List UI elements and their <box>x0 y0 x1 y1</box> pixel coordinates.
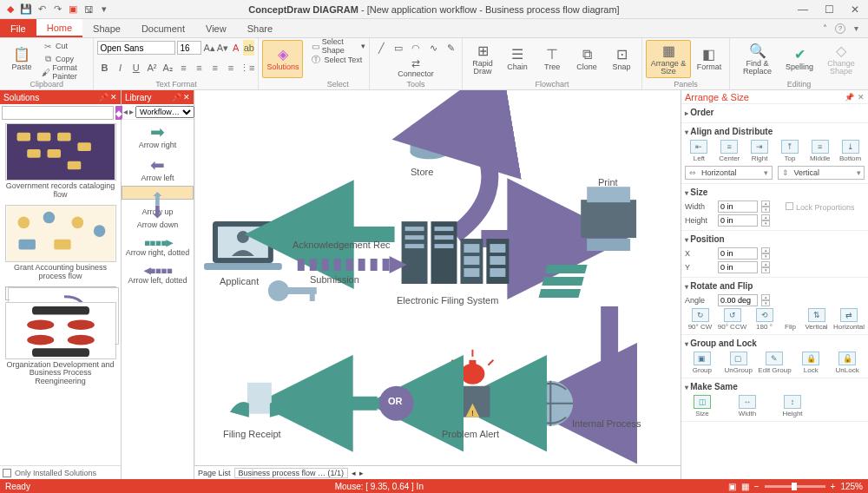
page-tab[interactable]: Business process flow … (1/1) <box>234 468 349 478</box>
distrib-vert-combo[interactable]: ⇕Vertical▾ <box>778 166 865 180</box>
arrange-size-button[interactable]: ▦Arrange & Size <box>646 40 691 78</box>
rapiddraw-button[interactable]: ⊞Rapid Draw <box>466 40 499 78</box>
qat-more-icon[interactable]: ▾ <box>97 3 111 16</box>
zoom-slider[interactable] <box>765 485 825 488</box>
drawing-area[interactable]: ! Store Print Applicant Acknowledgement … <box>194 90 681 465</box>
page-next-icon[interactable]: ▸ <box>359 469 364 477</box>
close-button[interactable]: ✕ <box>842 0 868 19</box>
grow-font-icon[interactable]: A▴ <box>203 40 214 56</box>
qat-save-icon[interactable]: 💾 <box>19 3 33 16</box>
ungroup-button[interactable]: ▢UnGroup <box>721 352 756 374</box>
help-icon[interactable]: ? <box>835 23 845 34</box>
collapse-ribbon-icon[interactable]: ˄ <box>818 22 832 36</box>
settings-dropdown-icon[interactable]: ▾ <box>849 22 863 36</box>
maximize-button[interactable]: ☐ <box>816 0 842 19</box>
editgroup-button[interactable]: ✎Edit Group <box>758 352 792 374</box>
align-right-icon[interactable]: ≡ <box>208 60 222 76</box>
close-panel-icon[interactable]: ✕ <box>110 93 117 102</box>
view-mode-icon[interactable]: ▣ <box>728 482 736 491</box>
qat-open-icon[interactable]: ▣ <box>66 3 80 16</box>
zoom-in-icon[interactable]: + <box>831 482 836 491</box>
solution-thumb[interactable]: Grant Accounting business process flow <box>5 205 116 285</box>
underline-icon[interactable]: U <box>129 60 143 76</box>
rot-cw-button[interactable]: ↻90° CW <box>685 308 715 331</box>
super-icon[interactable]: A² <box>145 60 159 76</box>
height-input[interactable] <box>718 214 758 227</box>
connector-button[interactable]: ⇄ Connector <box>373 57 458 78</box>
tab-shape[interactable]: Shape <box>82 19 131 37</box>
rect-tool-icon[interactable]: ▭ <box>391 40 406 56</box>
lib-next-icon[interactable]: ▸ <box>129 107 134 116</box>
select-shape-button[interactable]: ▭Select Shape ▾ <box>310 40 365 52</box>
curve-tool-icon[interactable]: ∿ <box>425 40 441 56</box>
format-painter-button[interactable]: 🖌Format Painter <box>42 66 89 78</box>
solutions-search-input[interactable] <box>2 106 114 120</box>
distrib-horiz-combo[interactable]: ⇔Horizontal▾ <box>685 166 773 180</box>
highlight-icon[interactable]: ab <box>243 40 254 56</box>
line-tool-icon[interactable]: ╱ <box>373 40 389 56</box>
font-size-select[interactable] <box>177 41 201 55</box>
width-input[interactable] <box>718 200 758 213</box>
view-mode-icon[interactable]: ▦ <box>741 482 749 491</box>
tree-button[interactable]: ⊤Tree <box>536 40 569 78</box>
library-item[interactable]: ⬇Arrow down <box>122 200 194 233</box>
library-item[interactable]: ⬆Arrow up <box>122 186 194 200</box>
solution-thumb[interactable]: Organization Development and Business Pr… <box>5 302 116 391</box>
x-input[interactable] <box>718 247 758 260</box>
clone-button[interactable]: ⧉Clone <box>570 40 603 78</box>
format-button[interactable]: ◧Format <box>693 40 726 78</box>
only-installed-checkbox[interactable] <box>3 469 11 477</box>
bullets-icon[interactable]: ⋮≡ <box>240 60 254 76</box>
minimize-button[interactable]: — <box>790 0 816 19</box>
align-top-button[interactable]: ⤒Top <box>775 140 804 162</box>
tab-share[interactable]: Share <box>237 19 283 37</box>
align-justify-icon[interactable]: ≡ <box>224 60 238 76</box>
library-item[interactable]: ◀▪▪▪▪Arrow left, dotted <box>122 260 194 288</box>
cut-button[interactable]: ✂Cut <box>42 40 89 52</box>
snap-button[interactable]: ⊡Snap <box>605 40 638 78</box>
section-order[interactable]: Order <box>681 104 868 123</box>
zoom-out-icon[interactable]: − <box>754 482 760 491</box>
same-width-button[interactable]: ↔Width <box>730 395 765 417</box>
rot-180-button[interactable]: ⟲180 ° <box>749 308 779 331</box>
align-center-icon[interactable]: ≡ <box>192 60 206 76</box>
font-color-icon[interactable]: A <box>230 40 241 56</box>
sub-icon[interactable]: A₂ <box>161 60 174 76</box>
tab-home[interactable]: Home <box>36 19 82 37</box>
y-input[interactable] <box>718 261 758 273</box>
same-height-button[interactable]: ↕Height <box>775 395 810 417</box>
library-select[interactable]: Workflow… <box>135 106 194 118</box>
group-button[interactable]: ▣Group <box>685 352 720 374</box>
lib-prev-icon[interactable]: ◂ <box>123 107 128 116</box>
library-item[interactable]: ⬅Arrow left <box>122 153 194 186</box>
lock-button[interactable]: 🔒Lock <box>793 352 828 374</box>
align-bottom-button[interactable]: ⤓Bottom <box>836 140 865 162</box>
select-text-button[interactable]: ⓉSelect Text <box>310 54 365 66</box>
align-left-icon[interactable]: ≡ <box>176 60 190 76</box>
align-center-button[interactable]: ≡Center <box>715 140 744 162</box>
page-prev-icon[interactable]: ◂ <box>352 469 356 477</box>
font-select[interactable] <box>97 41 175 55</box>
library-item[interactable]: ➡Arrow right <box>122 120 194 153</box>
align-right-button[interactable]: ⇥Right <box>746 140 774 162</box>
arc-tool-icon[interactable]: ◠ <box>408 40 424 56</box>
shrink-font-icon[interactable]: A▾ <box>217 40 228 56</box>
unlock-button[interactable]: 🔓UnLock <box>830 352 865 374</box>
qat-redo-icon[interactable]: ↷ <box>50 3 64 16</box>
tab-file[interactable]: File <box>0 19 36 37</box>
close-panel-icon[interactable]: ✕ <box>183 93 190 102</box>
pin-icon[interactable]: 📌 <box>99 93 108 102</box>
flip-v-button[interactable]: ⇅Vertical <box>801 308 832 331</box>
rot-ccw-button[interactable]: ↺90° CCW <box>717 308 747 331</box>
pin-icon[interactable]: 📌 <box>172 93 181 102</box>
solution-thumb[interactable]: New application workflow <box>5 286 116 300</box>
close-panel-icon[interactable]: ✕ <box>858 93 865 102</box>
find-replace-button[interactable]: 🔍Find & Replace <box>733 40 781 78</box>
tab-document[interactable]: Document <box>131 19 195 37</box>
chain-button[interactable]: ☰Chain <box>501 40 534 78</box>
align-middle-button[interactable]: ≡Middle <box>806 140 834 162</box>
pin-icon[interactable]: 📌 <box>845 93 854 102</box>
bold-icon[interactable]: B <box>97 60 111 76</box>
solutions-button[interactable]: ◈ Solutions <box>262 40 303 78</box>
change-shape-button[interactable]: ◇Change Shape <box>818 40 865 78</box>
